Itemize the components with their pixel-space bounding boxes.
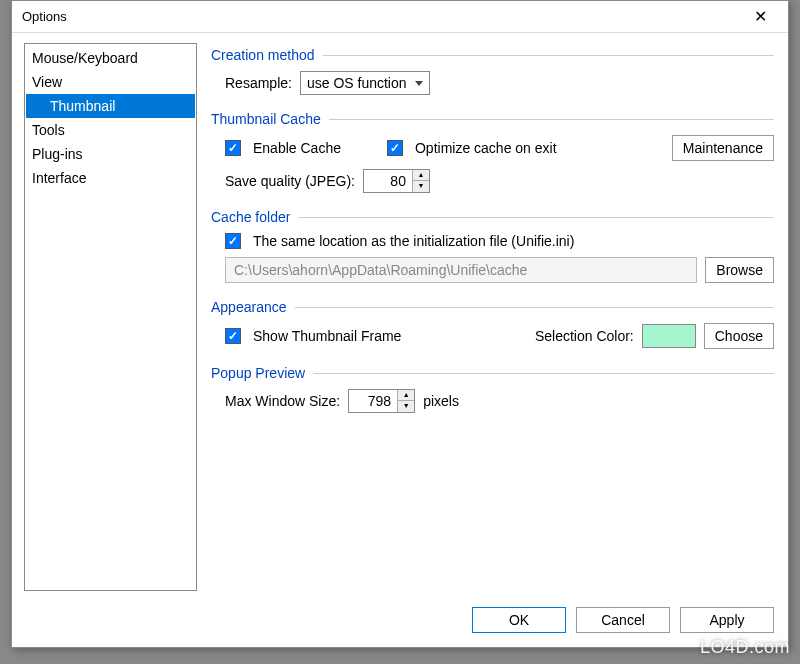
selection-color-swatch[interactable] [642,324,696,348]
group-header: Cache folder [211,209,774,225]
group-creation-method: Creation method Resample: use OS functio… [211,47,774,95]
show-frame-checkbox[interactable] [225,328,241,344]
divider [323,55,774,56]
options-dialog: Options ✕ Mouse/Keyboard View Thumbnail … [11,0,789,648]
divider [295,307,774,308]
cache-path-field: C:\Users\ahorn\AppData\Roaming\Unifie\ca… [225,257,697,283]
enable-cache-label: Enable Cache [253,140,341,156]
group-thumbnail-cache: Thumbnail Cache Enable Cache Optimize ca… [211,111,774,193]
max-window-size-label: Max Window Size: [225,393,340,409]
cancel-button[interactable]: Cancel [576,607,670,633]
choose-color-button[interactable]: Choose [704,323,774,349]
sidebar-item-thumbnail[interactable]: Thumbnail [26,94,195,118]
selection-color-label: Selection Color: [535,328,634,344]
sidebar-item-tools[interactable]: Tools [26,118,195,142]
same-location-checkbox[interactable] [225,233,241,249]
group-title: Appearance [211,299,287,315]
content-pane: Creation method Resample: use OS functio… [209,43,776,591]
group-appearance: Appearance Show Thumbnail Frame Selectio… [211,299,774,349]
group-title: Creation method [211,47,315,63]
group-header: Popup Preview [211,365,774,381]
optimize-cache-label: Optimize cache on exit [415,140,557,156]
maintenance-button[interactable]: Maintenance [672,135,774,161]
optimize-cache-checkbox[interactable] [387,140,403,156]
group-title: Popup Preview [211,365,305,381]
divider [329,119,774,120]
pixels-label: pixels [423,393,459,409]
close-button[interactable]: ✕ [740,2,780,32]
spinner-buttons[interactable]: ▲▼ [397,390,414,412]
show-frame-label: Show Thumbnail Frame [253,328,401,344]
divider [313,373,774,374]
resample-label: Resample: [225,75,292,91]
sidebar: Mouse/Keyboard View Thumbnail Tools Plug… [24,43,197,591]
same-location-label: The same location as the initialization … [253,233,574,249]
resample-select[interactable]: use OS function [300,71,430,95]
divider [298,217,774,218]
group-header: Creation method [211,47,774,63]
dialog-body: Mouse/Keyboard View Thumbnail Tools Plug… [12,33,788,599]
enable-cache-checkbox[interactable] [225,140,241,156]
group-header: Appearance [211,299,774,315]
group-header: Thumbnail Cache [211,111,774,127]
max-window-size-input[interactable] [349,390,397,412]
group-title: Thumbnail Cache [211,111,321,127]
spinner-buttons[interactable]: ▲▼ [412,170,429,192]
dialog-footer: OK Cancel Apply [12,599,788,647]
save-quality-spinner[interactable]: ▲▼ [363,169,430,193]
ok-button[interactable]: OK [472,607,566,633]
apply-button[interactable]: Apply [680,607,774,633]
sidebar-item-view[interactable]: View [26,70,195,94]
max-window-size-spinner[interactable]: ▲▼ [348,389,415,413]
sidebar-item-mouse-keyboard[interactable]: Mouse/Keyboard [26,46,195,70]
group-cache-folder: Cache folder The same location as the in… [211,209,774,283]
browse-button[interactable]: Browse [705,257,774,283]
titlebar: Options ✕ [12,1,788,33]
sidebar-item-plugins[interactable]: Plug-ins [26,142,195,166]
save-quality-input[interactable] [364,170,412,192]
window-title: Options [22,9,740,24]
save-quality-label: Save quality (JPEG): [225,173,355,189]
group-popup-preview: Popup Preview Max Window Size: ▲▼ pixels [211,365,774,413]
sidebar-item-interface[interactable]: Interface [26,166,195,190]
group-title: Cache folder [211,209,290,225]
